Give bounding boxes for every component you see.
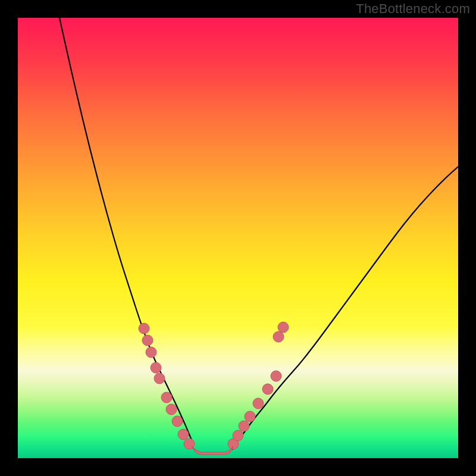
scatter-point [278,322,289,333]
scatter-point [273,331,284,342]
scatter-point [245,411,255,422]
watermark-text: TheBottleneck.com [356,1,470,17]
valley-floor-marker [192,446,233,455]
scatter-point [161,392,172,403]
scatter-point [154,373,165,384]
scatter-point [151,362,161,373]
scatter-point [142,335,153,346]
scatter-point [271,371,281,381]
curve-right-branch [232,167,458,450]
scatter-point [239,421,249,431]
curve-left-branch [60,18,194,445]
scatter-point [262,384,273,394]
scatter-point [146,347,156,358]
scatter-point [233,430,243,441]
scatter-point [253,398,264,409]
scatter-point [139,323,149,334]
chart-svg [18,18,458,458]
scatter-point [166,404,177,415]
scatter-points [139,322,289,449]
plot-frame [18,18,458,458]
scatter-point [178,429,189,440]
scatter-point [172,416,183,427]
